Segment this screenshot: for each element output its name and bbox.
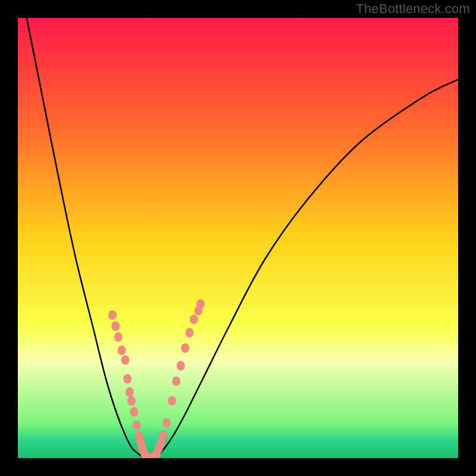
point-left_highlight_points [118, 346, 126, 355]
figure-container: TheBottleneck.com [0, 0, 476, 476]
point-right_highlight_points [190, 315, 198, 324]
point-left_highlight_points [123, 374, 131, 384]
point-left_highlight_points [126, 387, 134, 397]
point-left_highlight_points [121, 355, 130, 365]
point-right_highlight_points [186, 328, 194, 337]
point-right_highlight_points [162, 418, 171, 428]
point-left_highlight_points [111, 321, 120, 331]
point-left_highlight_points [114, 332, 123, 342]
point-left_highlight_points [127, 396, 136, 406]
point-right_highlight_points [181, 343, 189, 353]
plot-area [18, 18, 458, 458]
point-left_highlight_points [108, 310, 117, 320]
chart-svg [18, 18, 458, 458]
watermark-text: TheBottleneck.com [356, 1, 470, 17]
point-right_highlight_points [172, 376, 180, 386]
point-right_highlight_points [177, 361, 185, 371]
gradient-background [18, 18, 458, 458]
point-left_highlight_points [130, 407, 138, 416]
point-right_highlight_points [196, 299, 205, 309]
point-right_highlight_points [168, 396, 176, 406]
point-right_highlight_points [159, 430, 167, 440]
point-left_highlight_points [133, 420, 141, 430]
